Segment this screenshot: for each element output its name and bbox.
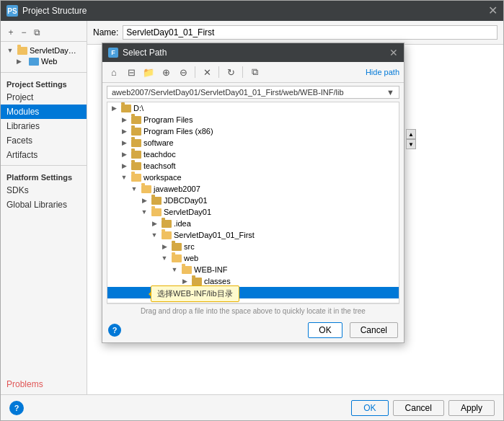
tree-item-servletfirst[interactable]: ▼ ServletDay01_01_First [107,229,399,241]
apply-button[interactable]: Apply [448,400,495,416]
sidebar-item-sdks[interactable]: SDKs [1,183,87,198]
tree-item-program-files[interactable]: ▶ Program Files [107,114,399,125]
ok-button[interactable]: OK [351,400,388,416]
sidebar-item-libraries[interactable]: Libraries [1,119,87,133]
main-content: + − ⧉ ▼ ServletDay01_... ▶ Web Project S… [1,21,503,394]
tree-item-workspace[interactable]: ▼ workspace [107,172,399,183]
teachsoft-folder-icon [131,162,141,170]
web-tree-folder-icon [172,254,182,262]
select-path-dialog: F Select Path ✕ ⌂ ⊟ 📁 ⊕ ⊖ [102,43,404,343]
window-close-button[interactable]: ✕ [488,5,498,17]
tree-item-teachdoc[interactable]: ▶ teachdoc [107,149,399,160]
collapse-button[interactable]: ⊖ [176,65,190,79]
tree-item-javaweb[interactable]: ▼ javaweb2007 [107,183,399,195]
expand-jdbc-icon: ▶ [139,195,149,205]
tree-item-servlet[interactable]: ▼ ServletDay01 [107,206,399,218]
tree-item-lib[interactable]: ▶ lib 选择WEB-INF/lib目录 [107,287,399,298]
tree-item-program-files-x86[interactable]: ▶ Program Files (x86) [107,125,399,137]
dialog-ok-button[interactable]: OK [308,322,342,338]
add-button[interactable]: + [5,27,17,38]
servletfirst-folder-icon [162,231,172,239]
home-button[interactable]: ⌂ [107,65,121,79]
tree-item-software[interactable]: ▶ software [107,137,399,149]
workspace-folder-icon [131,174,141,182]
module-root-item[interactable]: ▼ ServletDay01_... [5,45,82,56]
tree-item-jdbc[interactable]: ▶ JDBCDay01 [107,195,399,206]
idea-folder-icon [162,220,172,228]
sidebar-item-global-libraries[interactable]: Global Libraries [1,198,87,212]
dialog-close-button[interactable]: ✕ [389,47,398,58]
dialog-title: Select Path [123,48,167,58]
jdbc-folder-icon [151,197,162,205]
tree-item-webinf[interactable]: ▼ WEB-INF [107,264,399,275]
remove-button[interactable]: − [18,27,30,38]
drive-folder-icon [121,105,131,112]
hide-path-link[interactable]: Hide path [366,68,399,76]
sidebar-item-facets[interactable]: Facets [1,133,87,148]
copy-button[interactable]: ⧉ [31,27,43,38]
new-folder-button[interactable]: 📁 [141,65,156,79]
tree-item-src[interactable]: ▶ src [107,241,399,252]
expand-all-button[interactable]: ⊕ [159,65,173,79]
expand-lib-icon: ▶ [180,288,190,298]
expand-servlet-icon: ▼ [139,207,149,217]
dialog-overlay: F Select Path ✕ ⌂ ⊟ 📁 ⊕ ⊖ [87,21,503,394]
expand-software-icon: ▶ [119,138,129,148]
tree-item-teachsoft[interactable]: ▶ teachsoft [107,160,399,172]
platform-settings-header: Platform Settings [1,169,87,183]
webinf-folder-icon [182,266,192,274]
tree-item-idea[interactable]: ▶ .idea [107,218,399,229]
sidebar-item-artifacts[interactable]: Artifacts [1,148,87,162]
src-folder-icon [172,243,182,251]
tree-item-teachsoft-label: teachsoft [143,161,396,170]
tree-item-servletfirst-label: ServletDay01_01_First [174,231,396,239]
tree-item-javaweb-label: javaweb2007 [154,185,396,193]
module-web-label: Web [41,57,57,66]
tree-item-web[interactable]: ▼ web [107,252,399,264]
tree-item-drive-label: D:\ [133,104,396,112]
sidebar-item-modules[interactable]: Modules [1,105,87,119]
tree-item-src-label: src [184,242,396,251]
path-dropdown-icon[interactable]: ▼ [386,88,394,97]
delete-button[interactable]: ✕ [200,65,214,79]
tree-item-classes[interactable]: ▶ classes [107,275,399,287]
dialog-toolbar: ⌂ ⊟ 📁 ⊕ ⊖ ✕ ↻ ⧉ Hide path [102,62,404,83]
web-icon [29,58,39,66]
tree-item-classes-label: classes [204,277,396,285]
root-button[interactable]: ⊟ [124,65,138,79]
dialog-titlebar: F Select Path ✕ [102,43,404,62]
module-web-item[interactable]: ▶ Web [5,56,82,66]
sidebar-item-project[interactable]: Project [1,90,87,105]
toolbar-separator2 [218,66,219,78]
tree-item-pfx86-label: Program Files (x86) [143,127,396,136]
lib-folder-icon [192,289,202,297]
dialog-cancel-button[interactable]: Cancel [350,322,398,338]
tree-item-servlet-label: ServletDay01 [164,208,396,216]
copy-path-button[interactable]: ⧉ [247,65,262,79]
scroll-up-button[interactable]: ▲ [406,129,416,139]
dialog-help-button[interactable]: ? [108,324,121,337]
title-bar: PS Project Structure ✕ [1,1,503,21]
window-title: Project Structure [22,6,87,16]
sidebar-toolbar: + − ⧉ [1,24,87,42]
tree-item-workspace-label: workspace [143,173,396,182]
main-window: PS Project Structure ✕ + − ⧉ ▼ ServletDa… [0,0,504,421]
classes-folder-icon [192,278,202,285]
expand-pfx86-icon: ▶ [119,126,129,136]
path-bar: aweb2007/ServletDay01/ServletDay01_01_Fi… [107,86,399,99]
refresh-button[interactable]: ↻ [224,65,238,79]
tree-item-web-label: web [184,254,396,262]
sidebar-item-problems[interactable]: Problems [1,377,87,391]
help-button[interactable]: ? [9,401,24,415]
tree-item-drive[interactable]: ▶ D:\ [107,102,399,114]
module-root-label: ServletDay01_... [30,46,79,55]
servlet-folder-icon [151,208,162,216]
file-tree[interactable]: ▶ D:\ ▶ Program Files ▶ [107,102,399,303]
toolbar-separator1 [195,66,195,78]
dialog-bottom: ? OK Cancel [102,318,404,342]
cancel-button[interactable]: Cancel [393,400,444,416]
expand-teachsoft-icon: ▶ [119,161,129,171]
scroll-down-button[interactable]: ▼ [406,139,416,149]
javaweb-folder-icon [141,185,151,193]
pf-folder-icon [131,116,141,124]
